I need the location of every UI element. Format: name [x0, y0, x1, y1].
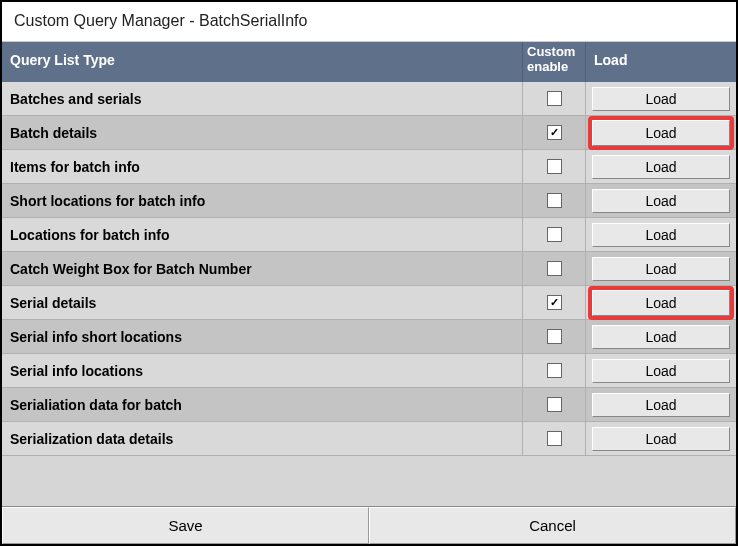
- custom-enable-checkbox[interactable]: [547, 363, 562, 378]
- load-button-wrap: Load: [592, 425, 730, 453]
- load-cell: Load: [586, 150, 736, 183]
- grid-header: Query List Type Custom enable Load: [2, 42, 736, 82]
- header-load: Load: [586, 42, 736, 82]
- custom-enable-cell: [522, 184, 586, 217]
- custom-query-manager-window: Custom Query Manager - BatchSerialInfo Q…: [0, 0, 738, 546]
- custom-enable-checkbox[interactable]: [547, 91, 562, 106]
- table-row: Catch Weight Box for Batch NumberLoad: [2, 252, 736, 286]
- load-cell: Load: [586, 354, 736, 387]
- header-custom-enable: Custom enable: [522, 42, 586, 82]
- table-row: Batch details✓Load: [2, 116, 736, 150]
- table-row: Locations for batch infoLoad: [2, 218, 736, 252]
- query-name-cell: Items for batch info: [2, 159, 522, 175]
- load-button-wrap: Load: [592, 357, 730, 385]
- load-cell: Load: [586, 286, 736, 319]
- query-name-cell: Batch details: [2, 125, 522, 141]
- query-name-cell: Serial info locations: [2, 363, 522, 379]
- load-cell: Load: [586, 218, 736, 251]
- table-row: Short locations for batch infoLoad: [2, 184, 736, 218]
- custom-enable-checkbox[interactable]: [547, 261, 562, 276]
- query-name-cell: Short locations for batch info: [2, 193, 522, 209]
- custom-enable-checkbox[interactable]: [547, 397, 562, 412]
- custom-enable-cell: [522, 82, 586, 115]
- load-button[interactable]: Load: [592, 155, 730, 179]
- custom-enable-checkbox[interactable]: [547, 159, 562, 174]
- query-name-cell: Catch Weight Box for Batch Number: [2, 261, 522, 277]
- custom-enable-cell: [522, 218, 586, 251]
- load-cell: Load: [586, 252, 736, 285]
- table-row: Serial details✓Load: [2, 286, 736, 320]
- custom-enable-checkbox[interactable]: [547, 431, 562, 446]
- custom-enable-checkbox[interactable]: [547, 193, 562, 208]
- table-row: Serialization data detailsLoad: [2, 422, 736, 456]
- custom-enable-checkbox[interactable]: [547, 329, 562, 344]
- query-name-cell: Serial details: [2, 295, 522, 311]
- load-cell: Load: [586, 82, 736, 115]
- header-query-list-type: Query List Type: [2, 42, 522, 82]
- custom-enable-cell: [522, 422, 586, 455]
- footer-buttons: Save Cancel: [2, 506, 736, 544]
- custom-enable-checkbox[interactable]: ✓: [547, 125, 562, 140]
- table-row: Batches and serialsLoad: [2, 82, 736, 116]
- query-grid: Query List Type Custom enable Load Batch…: [2, 42, 736, 506]
- window-title: Custom Query Manager - BatchSerialInfo: [2, 2, 736, 42]
- query-name-cell: Batches and serials: [2, 91, 522, 107]
- load-button[interactable]: Load: [592, 223, 730, 247]
- load-button[interactable]: Load: [592, 427, 730, 451]
- table-row: Items for batch infoLoad: [2, 150, 736, 184]
- custom-enable-cell: ✓: [522, 286, 586, 319]
- table-row: Serial info short locationsLoad: [2, 320, 736, 354]
- load-cell: Load: [586, 116, 736, 149]
- load-cell: Load: [586, 388, 736, 421]
- custom-enable-cell: [522, 320, 586, 353]
- query-name-cell: Serialiation data for batch: [2, 397, 522, 413]
- save-button[interactable]: Save: [2, 507, 369, 544]
- load-cell: Load: [586, 320, 736, 353]
- custom-enable-checkbox[interactable]: ✓: [547, 295, 562, 310]
- load-button-wrap: Load: [592, 323, 730, 351]
- custom-enable-cell: [522, 150, 586, 183]
- load-button[interactable]: Load: [592, 325, 730, 349]
- load-button[interactable]: Load: [592, 393, 730, 417]
- custom-enable-cell: [522, 252, 586, 285]
- load-button[interactable]: Load: [592, 359, 730, 383]
- load-cell: Load: [586, 184, 736, 217]
- load-button[interactable]: Load: [592, 189, 730, 213]
- custom-enable-cell: ✓: [522, 116, 586, 149]
- query-name-cell: Serialization data details: [2, 431, 522, 447]
- load-button-wrap: Load: [592, 85, 730, 113]
- custom-enable-cell: [522, 354, 586, 387]
- custom-enable-cell: [522, 388, 586, 421]
- load-button[interactable]: Load: [592, 87, 730, 111]
- query-name-cell: Serial info short locations: [2, 329, 522, 345]
- table-row: Serialiation data for batchLoad: [2, 388, 736, 422]
- load-button[interactable]: Load: [592, 257, 730, 281]
- custom-enable-checkbox[interactable]: [547, 227, 562, 242]
- load-button[interactable]: Load: [592, 290, 730, 316]
- load-button-wrap: Load: [592, 153, 730, 181]
- grid-empty-area: [2, 456, 736, 506]
- load-cell: Load: [586, 422, 736, 455]
- load-button-wrap: Load: [592, 255, 730, 283]
- load-button-wrap: Load: [592, 187, 730, 215]
- load-button-highlight: Load: [588, 116, 734, 150]
- query-name-cell: Locations for batch info: [2, 227, 522, 243]
- table-row: Serial info locationsLoad: [2, 354, 736, 388]
- load-button-wrap: Load: [592, 391, 730, 419]
- load-button[interactable]: Load: [592, 120, 730, 146]
- cancel-button[interactable]: Cancel: [369, 507, 736, 544]
- load-button-wrap: Load: [592, 221, 730, 249]
- load-button-highlight: Load: [588, 286, 734, 320]
